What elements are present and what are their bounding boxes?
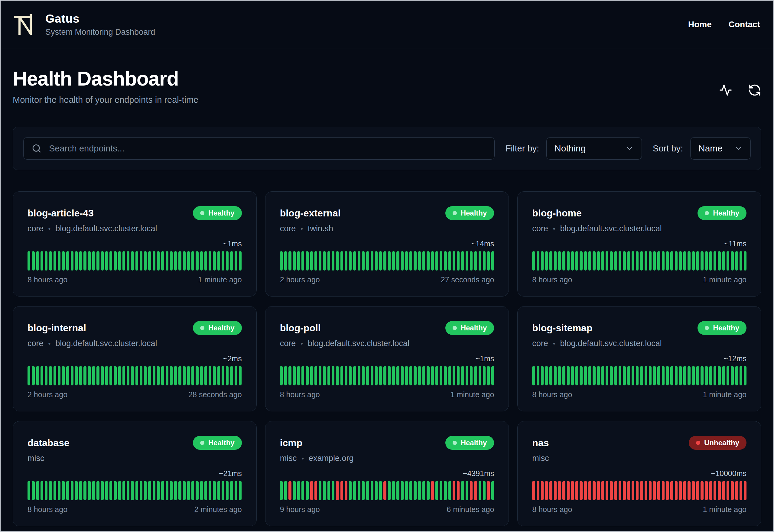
status-bar[interactable]: [418, 481, 421, 500]
status-bar[interactable]: [457, 366, 460, 385]
status-bar[interactable]: [297, 366, 300, 385]
status-bar[interactable]: [619, 481, 621, 500]
status-bar[interactable]: [222, 251, 224, 271]
status-bar[interactable]: [178, 251, 181, 271]
status-bar[interactable]: [448, 481, 451, 500]
status-bar[interactable]: [79, 481, 82, 500]
status-bar[interactable]: [66, 251, 69, 271]
status-bar[interactable]: [148, 251, 151, 271]
status-bar[interactable]: [401, 251, 404, 271]
status-bar[interactable]: [191, 481, 194, 500]
status-bar[interactable]: [58, 481, 60, 500]
status-bar[interactable]: [226, 481, 229, 500]
status-bar[interactable]: [657, 366, 660, 385]
status-bar[interactable]: [323, 251, 326, 271]
status-bar[interactable]: [213, 481, 216, 500]
status-bar[interactable]: [722, 251, 725, 271]
status-bar[interactable]: [310, 481, 313, 500]
status-bar[interactable]: [96, 481, 99, 500]
status-bar[interactable]: [166, 251, 168, 271]
status-bar[interactable]: [226, 366, 229, 385]
status-bar[interactable]: [41, 366, 43, 385]
status-bar[interactable]: [683, 481, 686, 500]
status-bar[interactable]: [666, 366, 669, 385]
status-bar[interactable]: [619, 251, 621, 271]
status-bar[interactable]: [541, 481, 544, 500]
filter-select[interactable]: Nothing: [546, 137, 642, 160]
status-bar[interactable]: [549, 251, 552, 271]
status-bar[interactable]: [731, 366, 733, 385]
status-bar[interactable]: [558, 481, 561, 500]
status-bar[interactable]: [109, 366, 112, 385]
status-bar[interactable]: [701, 481, 703, 500]
status-bar[interactable]: [401, 481, 404, 500]
status-bar[interactable]: [470, 366, 473, 385]
status-bar[interactable]: [230, 481, 233, 500]
status-bar[interactable]: [554, 251, 557, 271]
status-bar[interactable]: [366, 481, 369, 500]
status-bar[interactable]: [327, 251, 330, 271]
status-bar[interactable]: [336, 251, 339, 271]
status-bar[interactable]: [662, 251, 665, 271]
status-bar[interactable]: [466, 481, 468, 500]
status-bar[interactable]: [191, 251, 194, 271]
status-bar[interactable]: [470, 251, 473, 271]
status-bar[interactable]: [144, 481, 147, 500]
status-bar[interactable]: [474, 481, 477, 500]
status-bar[interactable]: [187, 481, 190, 500]
status-bar[interactable]: [230, 366, 233, 385]
status-bar[interactable]: [709, 481, 712, 500]
status-bar[interactable]: [692, 481, 695, 500]
status-bar[interactable]: [457, 251, 460, 271]
status-bar[interactable]: [105, 481, 108, 500]
status-bar[interactable]: [537, 366, 539, 385]
endpoint-card[interactable]: blog-home Healthy core • blog.default.sv…: [517, 191, 761, 297]
status-bar[interactable]: [213, 251, 216, 271]
status-bar[interactable]: [396, 251, 399, 271]
status-bar[interactable]: [183, 366, 186, 385]
status-bar[interactable]: [392, 251, 395, 271]
status-bar[interactable]: [213, 366, 216, 385]
status-bar[interactable]: [645, 366, 647, 385]
status-bar[interactable]: [83, 366, 86, 385]
status-bar[interactable]: [675, 481, 678, 500]
status-bar[interactable]: [161, 251, 164, 271]
status-bar[interactable]: [54, 481, 56, 500]
status-bar[interactable]: [532, 481, 535, 500]
status-bar[interactable]: [558, 366, 561, 385]
refresh-button[interactable]: [748, 83, 761, 97]
status-bar[interactable]: [448, 366, 451, 385]
status-bar[interactable]: [545, 481, 548, 500]
status-bar[interactable]: [580, 481, 582, 500]
status-bar[interactable]: [375, 251, 378, 271]
status-bar[interactable]: [474, 251, 477, 271]
status-bar[interactable]: [71, 366, 73, 385]
status-bar[interactable]: [209, 366, 211, 385]
status-bar[interactable]: [614, 481, 617, 500]
status-bar[interactable]: [632, 366, 634, 385]
status-bar[interactable]: [744, 366, 746, 385]
status-bar[interactable]: [66, 481, 69, 500]
status-bar[interactable]: [623, 366, 626, 385]
status-bar[interactable]: [662, 366, 665, 385]
status-bar[interactable]: [453, 366, 455, 385]
status-bar[interactable]: [239, 251, 242, 271]
status-bar[interactable]: [140, 251, 142, 271]
status-bar[interactable]: [483, 366, 486, 385]
status-bar[interactable]: [718, 481, 720, 500]
status-bar[interactable]: [487, 251, 490, 271]
status-bar[interactable]: [135, 366, 138, 385]
status-bar[interactable]: [688, 251, 690, 271]
status-bar[interactable]: [127, 481, 129, 500]
status-bar[interactable]: [705, 366, 708, 385]
status-bar[interactable]: [41, 481, 43, 500]
status-bar[interactable]: [135, 481, 138, 500]
status-bar[interactable]: [662, 481, 665, 500]
status-bar[interactable]: [632, 251, 634, 271]
status-bar[interactable]: [675, 366, 678, 385]
status-bar[interactable]: [170, 251, 173, 271]
status-bar[interactable]: [122, 366, 125, 385]
status-bar[interactable]: [301, 366, 304, 385]
status-bar[interactable]: [200, 366, 203, 385]
status-bar[interactable]: [166, 366, 168, 385]
